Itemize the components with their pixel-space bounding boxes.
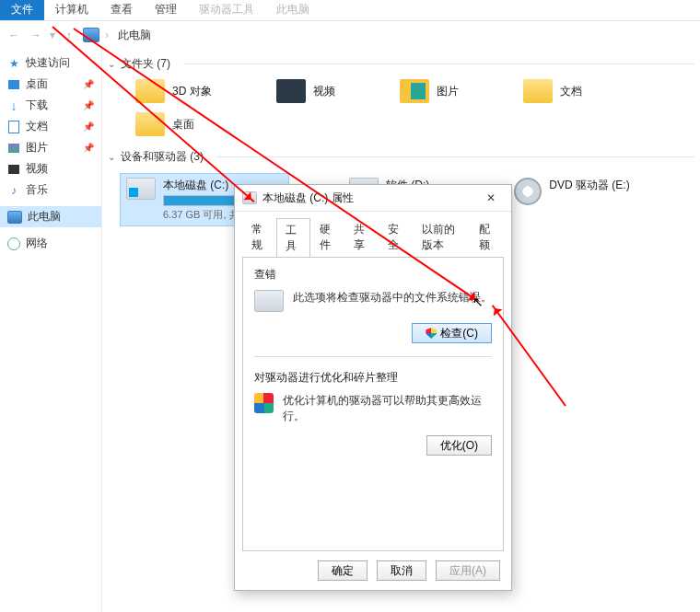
ribbon: 文件 计算机 查看 管理 驱动器工具 此电脑 <box>0 0 700 21</box>
folder-icon <box>400 79 429 103</box>
folder-videos[interactable]: 视频 <box>276 79 335 103</box>
pin-icon: 📌 <box>83 79 94 89</box>
tab-tools[interactable]: 工具 <box>276 218 310 258</box>
folder-label: 图片 <box>437 84 459 99</box>
cancel-button[interactable]: 取消 <box>377 560 426 581</box>
dialog-titlebar[interactable]: 本地磁盘 (C:) 属性 ✕ <box>235 185 511 212</box>
tab-previous[interactable]: 以前的版本 <box>413 217 470 257</box>
nav-forward-icon[interactable]: → <box>28 27 44 43</box>
ribbon-tab-manage[interactable]: 管理 <box>144 0 188 20</box>
sidebar-item-label: 桌面 <box>26 76 48 92</box>
image-icon <box>8 144 19 153</box>
sidebar: ★快速访问 桌面📌 ↓下载📌 文档📌 图片📌 视频 ♪音乐 此电脑 网络 <box>0 49 102 612</box>
ribbon-context-1: 驱动器工具 <box>188 0 265 20</box>
errorcheck-text: 此选项将检查驱动器中的文件系统错误。 <box>293 290 492 306</box>
thispc-icon <box>7 211 22 224</box>
dvd-icon <box>514 178 542 205</box>
optimize-text: 优化计算机的驱动器可以帮助其更高效运行。 <box>283 393 492 424</box>
sidebar-item-label: 此电脑 <box>28 209 61 225</box>
optimize-header: 对驱动器进行优化和碎片整理 <box>254 370 492 386</box>
sidebar-item-label: 图片 <box>26 140 48 156</box>
navbar: ← → ▾ ↑ › 此电脑 <box>0 21 700 49</box>
close-button[interactable]: ✕ <box>478 191 504 204</box>
sidebar-item-downloads[interactable]: ↓下载📌 <box>0 95 101 116</box>
sidebar-item-thispc[interactable]: 此电脑 <box>0 206 101 227</box>
ribbon-tab-computer[interactable]: 计算机 <box>44 0 99 20</box>
dialog-footer: 确定 取消 应用(A) <box>235 551 511 590</box>
ribbon-context-2: 此电脑 <box>265 0 321 20</box>
sidebar-quick-label: 快速访问 <box>26 55 70 71</box>
folder-icon <box>276 79 306 103</box>
folder-3dobjects[interactable]: 3D 对象 <box>135 79 212 103</box>
ok-button[interactable]: 确定 <box>318 560 368 581</box>
drive-icon <box>126 178 156 200</box>
sidebar-item-label: 音乐 <box>26 182 48 198</box>
harddisk-icon <box>254 290 284 312</box>
check-button-label: 检查(C) <box>440 326 478 341</box>
folder-icon <box>523 79 553 103</box>
sidebar-item-pictures[interactable]: 图片📌 <box>0 137 101 158</box>
drive-e[interactable]: DVD 驱动器 (E:) <box>508 174 635 209</box>
pin-icon: 📌 <box>83 121 94 132</box>
star-icon: ★ <box>7 57 20 70</box>
dialog-body: 查错 此选项将检查驱动器中的文件系统错误。 检查(C) 对驱动器进行优化和碎片整… <box>242 257 504 551</box>
sidebar-item-documents[interactable]: 文档📌 <box>0 116 101 137</box>
ribbon-tab-view[interactable]: 查看 <box>99 0 144 20</box>
chevron-down-icon: ⌄ <box>108 59 115 69</box>
path-sep-icon: › <box>105 29 109 41</box>
sidebar-item-network[interactable]: 网络 <box>0 233 101 254</box>
dialog-tabs: 常规 工具 硬件 共享 安全 以前的版本 配额 <box>235 212 511 257</box>
folder-desktop[interactable]: 桌面 <box>135 112 700 136</box>
sidebar-item-videos[interactable]: 视频 <box>0 158 101 179</box>
pin-icon: 📌 <box>83 100 94 110</box>
folder-pictures[interactable]: 图片 <box>400 79 459 103</box>
desktop-icon <box>8 80 19 89</box>
drive-title: DVD 驱动器 (E:) <box>549 178 629 193</box>
sidebar-item-label: 文档 <box>26 119 48 134</box>
ribbon-tab-file[interactable]: 文件 <box>0 0 44 20</box>
check-button[interactable]: 检查(C) <box>412 323 492 343</box>
divider <box>254 356 492 357</box>
folder-label: 桌面 <box>172 117 194 133</box>
errorcheck-header: 查错 <box>254 267 492 283</box>
folder-icon <box>135 112 165 136</box>
apply-button[interactable]: 应用(A) <box>436 560 500 581</box>
group-folders[interactable]: ⌄文件夹 (7) <box>102 52 700 75</box>
folder-icon <box>135 79 165 103</box>
nav-dropdown-icon[interactable]: ▾ <box>50 29 55 41</box>
download-icon: ↓ <box>7 99 20 112</box>
group-title: 设备和驱动器 (3) <box>121 149 204 165</box>
tab-hardware[interactable]: 硬件 <box>310 217 344 257</box>
dialog-title: 本地磁盘 (C:) 属性 <box>262 191 354 206</box>
shield-icon <box>426 328 437 339</box>
folder-label: 文档 <box>560 84 582 99</box>
sidebar-item-label: 网络 <box>26 236 48 251</box>
defrag-icon <box>254 393 274 413</box>
nav-back-icon[interactable]: ← <box>6 27 22 43</box>
sidebar-item-label: 下载 <box>26 98 48 113</box>
sidebar-item-music[interactable]: ♪音乐 <box>0 179 101 201</box>
breadcrumb[interactable]: 此电脑 <box>118 28 151 43</box>
tab-quota[interactable]: 配额 <box>470 217 504 257</box>
folder-documents[interactable]: 文档 <box>523 79 582 103</box>
pin-icon: 📌 <box>83 143 94 153</box>
chevron-down-icon: ⌄ <box>108 152 115 162</box>
tab-general[interactable]: 常规 <box>242 217 276 257</box>
sidebar-item-label: 视频 <box>26 161 48 177</box>
video-icon <box>8 165 19 174</box>
document-icon <box>8 121 19 133</box>
sidebar-item-desktop[interactable]: 桌面📌 <box>0 74 101 95</box>
folder-label: 视频 <box>313 84 335 99</box>
optimize-button[interactable]: 优化(O) <box>426 435 492 456</box>
properties-dialog: 本地磁盘 (C:) 属性 ✕ 常规 工具 硬件 共享 安全 以前的版本 配额 查… <box>234 184 512 591</box>
music-icon: ♪ <box>7 184 20 197</box>
folder-label: 3D 对象 <box>172 84 212 99</box>
network-icon <box>7 237 20 250</box>
